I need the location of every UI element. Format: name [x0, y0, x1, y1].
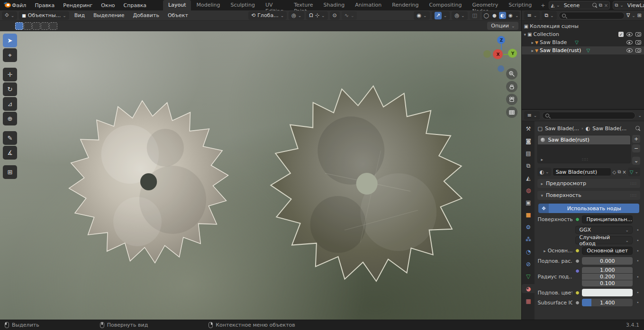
tab-object[interactable]: ■	[522, 210, 535, 219]
axis-neg-z-handle[interactable]	[498, 65, 504, 72]
base-color-button[interactable]: Основной цвет	[582, 247, 633, 255]
menu-add[interactable]: Добавить	[130, 11, 163, 19]
collection-checkbox[interactable]: ✓	[618, 32, 624, 37]
collection-label[interactable]: Collection	[533, 31, 559, 37]
outliner-search-input[interactable]	[568, 13, 621, 18]
material-browse-button[interactable]: ◐ ⌄	[537, 168, 551, 176]
subsurface-value-field[interactable]: 0.000	[582, 257, 633, 265]
panel-preview[interactable]: ▸ Предпросмотр ∷∷	[537, 179, 640, 188]
outliner-display-mode[interactable]: ≡ ⌄	[524, 11, 540, 20]
material-link-dropdown[interactable]: ▽ ⌄	[628, 168, 640, 176]
grip-handle[interactable]: ∷∷	[631, 181, 637, 186]
material-slot-selected[interactable]: Saw Blade(rust)	[538, 135, 630, 144]
camera-render-icon[interactable]	[635, 48, 641, 53]
tab-texture[interactable]: ▦	[522, 296, 535, 305]
tool-cursor[interactable]: ⌖	[3, 48, 17, 62]
shading-wireframe-button[interactable]: ◯	[483, 12, 490, 19]
add-slot-button[interactable]: +	[632, 135, 640, 143]
add-workspace-button[interactable]: +	[537, 2, 549, 9]
menu-edit[interactable]: Правка	[30, 1, 59, 10]
keyframe-dot[interactable]: •	[635, 275, 640, 279]
menu-render[interactable]: Рендеринг	[59, 1, 97, 10]
menu-window[interactable]: Окно	[97, 1, 119, 10]
tab-physics[interactable]: ◔	[522, 247, 535, 256]
gizmos-toggle[interactable]: ↗ ⌄	[432, 11, 450, 20]
snap-toggle[interactable]: Ω ⊹ ⌄	[306, 11, 327, 20]
tab-modeling[interactable]: Modeling	[191, 0, 225, 10]
outliner-row-saw-blade-rust[interactable]: ▸ ▼ Saw Blade(rust) ▽	[522, 46, 644, 54]
tool-transform[interactable]: ⊕	[3, 112, 17, 125]
radius-z-field[interactable]: 0.100	[582, 280, 633, 286]
properties-editor-type[interactable]: ≡ ⌄	[524, 111, 540, 120]
copy-material-icon[interactable]: ⧉	[617, 169, 621, 175]
radius-x-field[interactable]: 1.000	[582, 267, 633, 273]
properties-search-input[interactable]	[551, 113, 632, 118]
select-mode-invert-button[interactable]	[41, 22, 49, 30]
select-mode-subtract-button[interactable]	[32, 22, 40, 30]
tab-world[interactable]: ◍	[522, 186, 535, 195]
axis-z-handle[interactable]: Z	[497, 36, 505, 44]
tab-sculpting[interactable]: Sculpting	[226, 0, 260, 10]
tool-scale[interactable]: ⊿	[3, 97, 17, 111]
object-label[interactable]: Saw Blade	[540, 39, 567, 45]
tab-tool[interactable]: ⚒	[522, 124, 535, 133]
use-nodes-button[interactable]: ❖ Использовать ноды	[538, 204, 639, 213]
viewport-canvas[interactable]: ➤ ⌖ ✛ ↻ ⊿ ⊕ ✎ ∡ ⊞ Z	[0, 31, 521, 320]
tab-scripting[interactable]: Scripting	[503, 0, 537, 10]
eye-icon[interactable]	[626, 48, 633, 53]
menu-help[interactable]: Справка	[119, 1, 151, 10]
menu-select[interactable]: Выделение	[90, 11, 128, 19]
menu-file[interactable]: Файл	[8, 1, 30, 10]
tab-object-data[interactable]: ▽	[522, 272, 535, 281]
camera-view-button[interactable]	[506, 94, 517, 105]
remove-slot-button[interactable]: −	[632, 144, 640, 152]
camera-render-icon[interactable]	[635, 40, 641, 45]
shading-material-button[interactable]: ◐	[499, 12, 506, 19]
expand-icon[interactable]: ▾	[524, 32, 526, 37]
editor-type-button[interactable]: ⟐ ⌄	[2, 11, 17, 20]
keyframe-dot[interactable]: •	[635, 249, 640, 253]
keyframe-dot[interactable]: •	[635, 259, 640, 263]
viewlayer-name[interactable]: ViewLayer	[626, 2, 644, 9]
xray-toggle[interactable]: ◫	[470, 11, 480, 20]
mode-dropdown[interactable]: ■ Объектны... ⌄	[19, 11, 69, 20]
expand-icon[interactable]: ▸	[531, 48, 534, 53]
tab-layout[interactable]: Layout	[163, 0, 191, 10]
tab-render[interactable]: ◙	[522, 136, 535, 145]
object-label[interactable]: Saw Blade(rust)	[540, 47, 581, 54]
ior-slider[interactable]: 1.400	[582, 299, 633, 306]
filter-icon[interactable]: ∇	[626, 12, 630, 18]
menu-object[interactable]: Объект	[164, 11, 191, 19]
surface-shader-button[interactable]: Принципиальн...	[582, 215, 633, 223]
keyframe-dot[interactable]: •	[635, 228, 640, 232]
tab-compositing[interactable]: Compositing	[424, 0, 467, 10]
tool-move[interactable]: ✛	[3, 68, 17, 81]
zoom-button[interactable]	[506, 68, 517, 80]
keyframe-dot[interactable]: •	[635, 300, 640, 305]
properties-search[interactable]	[542, 112, 635, 119]
radius-y-field[interactable]: 0.200	[582, 274, 633, 280]
tab-particles[interactable]: ⁂	[522, 235, 535, 244]
snap-target-dropdown[interactable]: ◎ ⌄	[289, 11, 304, 20]
breadcrumb-material[interactable]: Saw Blade(...	[592, 125, 626, 132]
pin-icon[interactable]	[635, 126, 640, 131]
keyframe-dot[interactable]: •	[635, 290, 640, 295]
unlink-material-icon[interactable]: ×	[622, 169, 626, 175]
tab-scene[interactable]: ◭	[522, 173, 535, 182]
tab-material[interactable]: ◕	[522, 284, 535, 293]
menu-view[interactable]: Вид	[71, 11, 88, 19]
slot-specials-button[interactable]: ⌄	[632, 157, 640, 165]
close-scene-icon[interactable]: ×	[604, 3, 608, 8]
tab-rendering[interactable]: Rendering	[387, 0, 424, 10]
expand-icon[interactable]: ▸	[541, 157, 543, 162]
axis-x-handle[interactable]: X	[493, 49, 503, 59]
tab-texture-paint[interactable]: Texture Paint	[289, 0, 318, 10]
camera-render-icon[interactable]	[635, 32, 641, 36]
transform-orientation-dropdown[interactable]: ⟲ Глоба... ⌄	[248, 11, 287, 20]
proportional-edit-toggle[interactable]: ⊙	[330, 11, 340, 20]
options-dropdown[interactable]: Опции ⌄	[487, 22, 518, 30]
tool-rotate[interactable]: ↻	[3, 82, 17, 96]
shading-rendered-button[interactable]: ◉	[507, 12, 514, 19]
chevron-down-icon[interactable]: ⌄	[638, 113, 642, 118]
fake-user-shield-icon[interactable]: ◇	[613, 169, 617, 175]
